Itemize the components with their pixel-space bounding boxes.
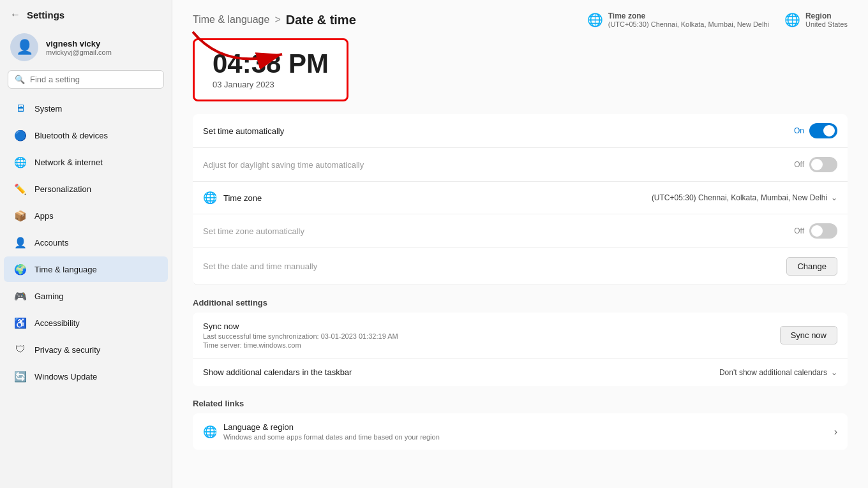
accounts-icon: 👤 [14,236,27,249]
search-box[interactable]: 🔍 [8,70,164,89]
apps-icon: 📦 [14,209,27,222]
related-left: 🌐 Language & region Windows and some app… [203,422,440,441]
region-globe-icon: 🌐 [784,12,800,27]
breadcrumb-area: Time & language > Date & time 🌐 Time zon… [172,0,868,38]
sync-sub2: Time server: time.windows.com [203,341,398,349]
language-region-subtitle: Windows and some apps format dates and t… [223,433,440,441]
set-timezone-auto-row: Set time zone automatically Off [193,214,848,248]
sidebar-label-gaming: Gaming [34,292,64,301]
timezone-text: Time zone (UTC+05:30) Chennai, Kolkata, … [608,11,769,28]
date-value: 03 January 2023 [213,80,329,89]
sidebar-item-time[interactable]: 🌍 Time & language [4,256,168,282]
timezone-dropdown-value: (UTC+05:30) Chennai, Kolkata, Mumbai, Ne… [652,193,827,202]
timezone-row-label: Time zone [223,193,262,203]
sidebar-item-update[interactable]: 🔄 Windows Update [4,364,168,389]
calendars-row: Show additional calendars in the taskbar… [193,359,848,386]
related-info: Language & region Windows and some apps … [223,422,440,441]
sync-now-button[interactable]: Sync now [780,326,837,344]
calendars-label: Show additional calendars in the taskbar [203,367,352,377]
region-text: Region United States [805,11,848,28]
change-button[interactable]: Change [786,257,837,276]
time-box: 04:38 PM 03 January 2023 [193,38,348,101]
settings-title-text: Settings [27,10,64,20]
daylight-saving-value: Off [794,157,837,172]
timezone-chevron-icon: ⌄ [831,193,837,202]
user-name: vignesh vicky [46,39,112,48]
sidebar-item-accessibility[interactable]: ♿ Accessibility [4,310,168,336]
timezone-row-icon: 🌐 [203,191,217,205]
sidebar-label-bluetooth: Bluetooth & devices [34,131,108,140]
sidebar: ← Settings 👤 vignesh vicky mvickyvj@gmai… [0,0,172,488]
daylight-saving-state: Off [794,160,804,169]
calendars-chevron-icon: ⌄ [831,368,837,377]
timezone-globe-icon: 🌐 [587,12,603,27]
timezone-row: 🌐 Time zone (UTC+05:30) Chennai, Kolkata… [193,182,848,214]
search-icon: 🔍 [15,75,25,84]
sidebar-item-gaming[interactable]: 🎮 Gaming [4,283,168,309]
breadcrumb-current: Date & time [286,13,356,27]
personalization-icon: ✏️ [14,182,27,195]
header-meta: 🌐 Time zone (UTC+05:30) Chennai, Kolkata… [587,11,848,28]
sync-info: Sync now Last successful time synchroniz… [203,322,398,349]
sidebar-label-update: Windows Update [34,372,97,381]
set-timezone-auto-toggle[interactable] [809,223,837,239]
settings-title-bar: ← Settings [0,0,172,27]
region-label: Region [805,11,848,20]
avatar: 👤 [10,33,38,61]
timezone-row-left: 🌐 Time zone [203,191,262,205]
network-icon: 🌐 [14,156,27,168]
sidebar-label-apps: Apps [34,211,54,221]
set-time-auto-toggle[interactable] [809,123,837,138]
set-date-manually-label: Set the date and time manually [203,262,317,271]
set-time-auto-row: Set time automatically On [193,114,848,148]
timezone-dropdown[interactable]: (UTC+05:30) Chennai, Kolkata, Mumbai, Ne… [652,193,837,202]
set-timezone-auto-value: Off [794,223,837,239]
daylight-saving-label: Adjust for daylight saving time automati… [203,160,364,170]
sidebar-item-apps[interactable]: 📦 Apps [4,203,168,228]
sync-title: Sync now [203,322,398,331]
calendars-dropdown-value: Don't show additional calendars [719,368,827,377]
sidebar-item-system[interactable]: 🖥 System [4,96,168,121]
user-info: vignesh vicky mvickyvj@gmail.com [46,39,112,56]
time-icon: 🌍 [14,263,27,276]
region-info: 🌐 Region United States [784,11,848,28]
related-links-label: Related links [193,399,848,408]
set-time-auto-state: On [794,126,804,135]
sidebar-item-personalization[interactable]: ✏️ Personalization [4,176,168,202]
breadcrumb-separator: > [274,14,280,26]
user-email: mvickyvj@gmail.com [46,48,112,56]
sidebar-label-accounts: Accounts [34,238,68,248]
daylight-saving-toggle[interactable] [809,157,837,172]
back-arrow-icon[interactable]: ← [10,9,20,20]
language-region-chevron-icon: › [834,426,837,438]
sidebar-label-personalization: Personalization [34,184,91,194]
sidebar-item-privacy[interactable]: 🛡 Privacy & security [4,337,168,362]
daylight-saving-row: Adjust for daylight saving time automati… [193,148,848,182]
time-value: 04:38 PM [213,50,329,77]
sidebar-item-bluetooth[interactable]: 🔵 Bluetooth & devices [4,122,168,148]
user-profile[interactable]: 👤 vignesh vicky mvickyvj@gmail.com [0,27,172,70]
gaming-icon: 🎮 [14,290,27,302]
sidebar-item-network[interactable]: 🌐 Network & internet [4,149,168,175]
toggle-thumb [823,125,835,137]
sync-now-row: Sync now Last successful time synchroniz… [193,313,848,359]
language-region-icon: 🌐 [203,425,217,439]
set-timezone-auto-label: Set time zone automatically [203,226,304,236]
calendars-dropdown[interactable]: Don't show additional calendars ⌄ [719,368,837,377]
timezone-value: (UTC+05:30) Chennai, Kolkata, Mumbai, Ne… [608,20,769,28]
search-input[interactable] [30,75,157,84]
bluetooth-icon: 🔵 [14,129,27,142]
sync-sub1: Last successful time synchronization: 03… [203,332,398,340]
additional-settings-label: Additional settings [193,298,848,307]
set-time-auto-label: Set time automatically [203,126,284,136]
sidebar-item-accounts[interactable]: 👤 Accounts [4,230,168,255]
breadcrumb-parent: Time & language [193,14,269,26]
main-content: Time & language > Date & time 🌐 Time zon… [172,0,868,488]
sidebar-label-privacy: Privacy & security [34,345,100,355]
language-region-row[interactable]: 🌐 Language & region Windows and some app… [193,413,848,450]
sidebar-label-accessibility: Accessibility [34,318,80,328]
timezone-label: Time zone [608,11,769,20]
system-icon: 🖥 [14,102,27,115]
accessibility-icon: ♿ [14,316,27,329]
set-timezone-auto-state: Off [794,226,804,235]
